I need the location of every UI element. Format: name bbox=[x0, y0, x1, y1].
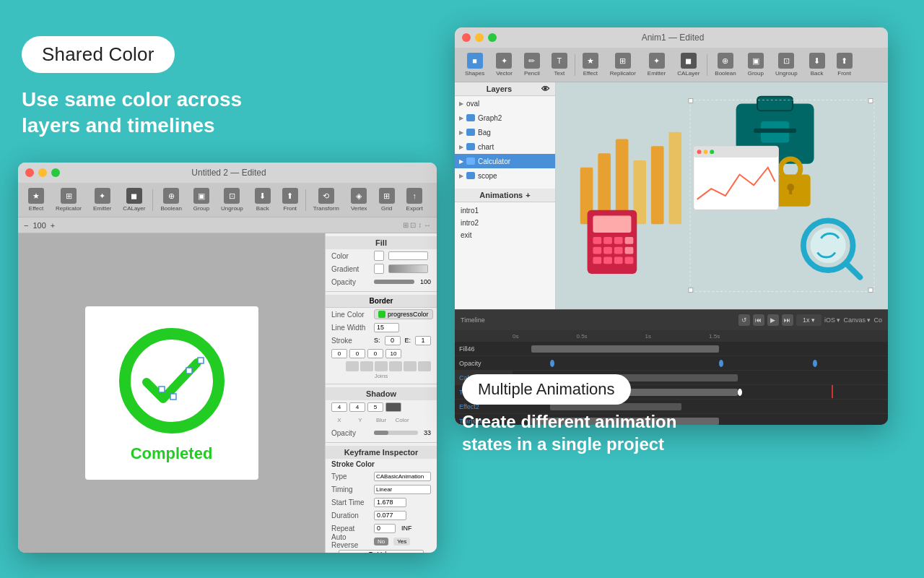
toolbar-ungroup[interactable]: ⊡ Ungroup bbox=[217, 186, 248, 213]
ki-autoreverse-yes[interactable]: Yes bbox=[393, 538, 410, 545]
svg-rect-35 bbox=[614, 247, 623, 254]
toolbar-effect[interactable]: ★ Effect bbox=[24, 186, 48, 213]
stroke-s-input[interactable]: 0 bbox=[385, 336, 401, 345]
ki-duration-row: Duration 0.077 bbox=[326, 509, 437, 522]
tl-keyframe-2 bbox=[719, 360, 723, 367]
tl-rewind-btn-right[interactable]: ⏮ bbox=[753, 314, 764, 326]
toolbar-boolean[interactable]: ⊕ Boolean bbox=[156, 186, 186, 213]
color-row: Color bbox=[326, 249, 437, 262]
layer-item-chart[interactable]: ▶ chart bbox=[455, 139, 555, 154]
toolbar-transform[interactable]: ⟲ Transform bbox=[309, 186, 344, 213]
toolbar-emitter-right[interactable]: ✦ Emitter bbox=[643, 51, 670, 78]
toolbar-boolean-right[interactable]: ⊕ Boolean bbox=[710, 51, 740, 78]
tl-ios-right[interactable]: iOS ▾ bbox=[824, 316, 841, 324]
toolbar-back[interactable]: ⬇ Back bbox=[250, 186, 275, 213]
layer-item-bag[interactable]: ▶ Bag bbox=[455, 125, 555, 139]
svg-point-0 bbox=[125, 334, 219, 428]
toolbar-shapes[interactable]: ■ Shapes bbox=[461, 51, 489, 78]
tl-loop-btn-right[interactable]: ↺ bbox=[738, 314, 750, 326]
toolbar-emitter[interactable]: ✦ Emitter bbox=[89, 186, 116, 213]
line-width-input[interactable]: 15 bbox=[374, 323, 399, 332]
toolbar-back-right[interactable]: ⬇ Back bbox=[805, 51, 829, 78]
toolbar-export[interactable]: ↑ Export bbox=[402, 186, 427, 213]
ki-duration-input[interactable]: 0.077 bbox=[374, 511, 406, 520]
ki-start-label: Start Time bbox=[331, 499, 371, 506]
layers-header: Layers 👁 bbox=[455, 82, 555, 96]
tl-co-right[interactable]: Co bbox=[873, 316, 882, 324]
gradient-label: Gradient bbox=[331, 265, 371, 273]
toolbar-effect-right[interactable]: ★ Effect bbox=[578, 51, 603, 78]
toolbar-group-right[interactable]: ▣ Group bbox=[744, 51, 768, 78]
toolbar-replicator-right[interactable]: ⊞ Replicator bbox=[606, 51, 640, 78]
shadow-x-input[interactable]: 4 bbox=[331, 402, 347, 412]
shadow-color-swatch[interactable] bbox=[385, 402, 401, 412]
line-color-pill[interactable]: progressColor bbox=[374, 309, 433, 319]
svg-point-22 bbox=[703, 150, 707, 154]
join-miter-btn[interactable] bbox=[389, 361, 402, 371]
layers-panel: Layers 👁 ▶ oval ▶ Graph2 ▶ Bag bbox=[455, 82, 556, 309]
toolbar-grid[interactable]: ⊞ Grid bbox=[375, 186, 399, 213]
end-square-btn[interactable] bbox=[375, 361, 388, 371]
shadow-y-input[interactable]: 4 bbox=[349, 402, 365, 412]
window-title-right: Anim1 — Edited bbox=[465, 33, 881, 43]
left-panel: Shared Color Use same color across layer… bbox=[0, 0, 419, 578]
illustration-svg bbox=[556, 82, 888, 309]
toolbar-replicator[interactable]: ⊞ Replicator bbox=[51, 186, 86, 213]
layer-item-graph2[interactable]: ▶ Graph2 bbox=[455, 111, 555, 125]
ki-type-label: Type bbox=[331, 473, 371, 480]
layer-item-calculator[interactable]: ▶ Calculator bbox=[455, 154, 555, 168]
tl-forward-btn-right[interactable]: ⏭ bbox=[782, 314, 793, 326]
end-round-btn[interactable] bbox=[360, 361, 373, 371]
svg-rect-33 bbox=[593, 247, 601, 254]
ki-timing-value[interactable]: Linear bbox=[374, 485, 431, 494]
end-flat-btn[interactable] bbox=[346, 361, 359, 371]
anim-item-intro2[interactable]: intro2 bbox=[458, 217, 552, 228]
dash-input[interactable]: 0 bbox=[331, 349, 347, 358]
svg-rect-43 bbox=[868, 99, 873, 103]
tl-row-opacity: Opacity bbox=[455, 356, 888, 371]
canvas-card: Completed bbox=[85, 306, 258, 480]
svg-rect-2 bbox=[170, 394, 176, 400]
zoom-plus[interactable]: + bbox=[51, 221, 55, 230]
ki-repeat-input[interactable]: 0 bbox=[374, 524, 396, 533]
stroke-dash-row: 0 0 0 10 bbox=[326, 347, 437, 360]
toolbar-text[interactable]: T Text bbox=[547, 51, 572, 78]
layer-item-oval[interactable]: ▶ oval bbox=[455, 96, 555, 111]
toolbar-vector[interactable]: ✦ Vector bbox=[492, 51, 517, 78]
toolbar-front-right[interactable]: ⬆ Front bbox=[832, 51, 857, 78]
animations-add-btn[interactable]: + bbox=[526, 191, 530, 199]
gap-input[interactable]: 0 bbox=[349, 349, 365, 358]
toolbar-group[interactable]: ▣ Group bbox=[189, 186, 214, 213]
toolbar-calayer[interactable]: ◼ CALayer bbox=[118, 186, 149, 213]
toolbar-right: ■ Shapes ✦ Vector ✏ Pencil T Text ★ Effe… bbox=[455, 48, 888, 82]
phase-input[interactable]: 0 bbox=[367, 349, 383, 358]
toolbar-front[interactable]: ⬆ Front bbox=[278, 186, 302, 213]
anim-item-exit[interactable]: exit bbox=[458, 230, 552, 241]
stroke-e-input[interactable]: 1 bbox=[415, 336, 431, 345]
ki-start-input[interactable]: 1.678 bbox=[374, 498, 406, 507]
inspector-panel: Fill Color Gradient Opacity bbox=[325, 233, 437, 553]
ki-type-value[interactable]: CABasicAnimation bbox=[374, 472, 431, 481]
toolbar-left: ★ Effect ⊞ Replicator ✦ Emitter ◼ CALaye… bbox=[18, 183, 437, 217]
right-panel: Anim1 — Edited ■ Shapes ✦ Vector ✏ Penci… bbox=[433, 0, 924, 578]
layer-item-scope[interactable]: ▶ scope bbox=[455, 168, 555, 183]
anim-item-intro1[interactable]: intro1 bbox=[458, 205, 552, 216]
join-bevel-btn[interactable] bbox=[418, 361, 431, 371]
ki-autoreverse-no[interactable]: No bbox=[374, 538, 388, 545]
zoom-minus[interactable]: − bbox=[24, 221, 28, 230]
miter-input[interactable]: 10 bbox=[385, 349, 401, 358]
layers-visibility-toggle[interactable]: 👁 bbox=[541, 85, 549, 93]
shadow-blur-input[interactable]: 5 bbox=[367, 402, 383, 412]
toolbar-vertex[interactable]: ◈ Vertex bbox=[346, 186, 372, 213]
toolbar-pencil[interactable]: ✏ Pencil bbox=[520, 51, 544, 78]
tl-play-btn-right[interactable]: ▶ bbox=[767, 314, 779, 326]
tl-canvas-right[interactable]: Canvas ▾ bbox=[843, 316, 871, 324]
line-color-label: Line Color bbox=[331, 311, 371, 319]
toolbar-ungroup-right[interactable]: ⊡ Ungroup bbox=[771, 51, 802, 78]
toolbar-calayer-right[interactable]: ◼ CALayer bbox=[673, 51, 704, 78]
tl-speed-right[interactable]: 1x ▾ bbox=[796, 314, 821, 326]
animations-list: intro1 intro2 exit bbox=[455, 202, 555, 243]
join-round-btn[interactable] bbox=[404, 361, 417, 371]
ki-autoreverse-row: Auto Reverse No Yes bbox=[326, 535, 437, 548]
keyframe-inspector-header: Keyframe Inspector bbox=[326, 446, 437, 459]
